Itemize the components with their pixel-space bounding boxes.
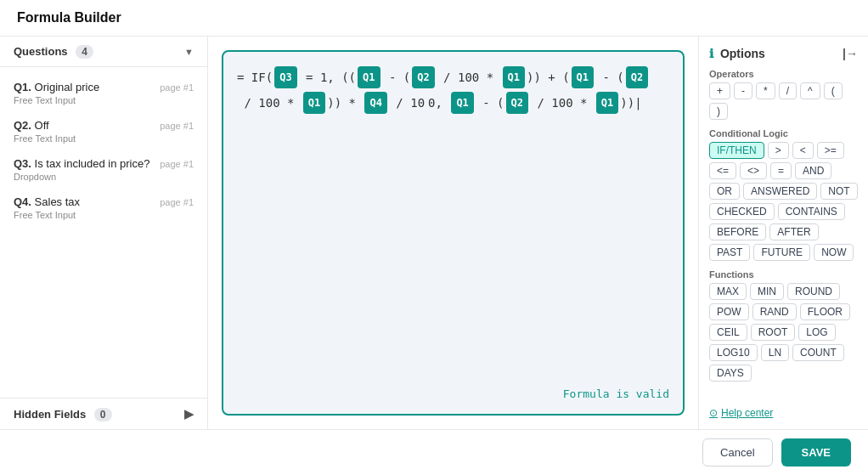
fn-days[interactable]: DAYS: [709, 365, 752, 382]
cond-lte[interactable]: <=: [709, 162, 736, 179]
hidden-fields-expand-icon[interactable]: ▶: [184, 407, 194, 421]
op-power[interactable]: ^: [800, 82, 820, 99]
formula-valid-message: Formula is valid: [563, 384, 669, 404]
cond-ne[interactable]: <>: [740, 162, 767, 179]
q2-tag-2[interactable]: Q2: [626, 66, 648, 88]
fn-pow[interactable]: POW: [709, 303, 749, 320]
fn-floor[interactable]: FLOOR: [800, 303, 850, 320]
q1-tag-6[interactable]: Q1: [596, 92, 618, 114]
question-list: Q1. Original price page #1 Free Text Inp…: [0, 67, 207, 398]
op-divide[interactable]: /: [779, 82, 797, 99]
help-center-link[interactable]: ⊙ Help center: [709, 407, 858, 419]
questions-count-badge: 4: [76, 45, 93, 59]
hidden-fields-label: Hidden Fields: [14, 408, 86, 421]
op-multiply[interactable]: *: [756, 82, 775, 99]
footer: Cancel SAVE: [0, 429, 868, 475]
questions-chevron-icon[interactable]: ▼: [184, 47, 194, 57]
cond-future[interactable]: FUTURE: [753, 244, 810, 261]
fn-log10[interactable]: LOG10: [709, 344, 758, 361]
fn-ceil[interactable]: CEIL: [709, 324, 747, 341]
conditional-logic-tag-row: IF/THEN > < >= <= <> = AND OR ANSWERED N…: [709, 142, 858, 261]
cond-eq[interactable]: =: [770, 162, 792, 179]
fn-log[interactable]: LOG: [798, 324, 835, 341]
op-plus[interactable]: +: [709, 82, 730, 99]
op-minus[interactable]: -: [734, 82, 752, 99]
sidebar: Questions 4 ▼ Q1. Original price page #1…: [0, 37, 208, 429]
operators-section: Operators + - * / ^ ( ): [709, 69, 858, 120]
fn-max[interactable]: MAX: [709, 283, 747, 300]
conditional-logic-section: Conditional Logic IF/THEN > < >= <= <> =…: [709, 128, 858, 261]
cond-contains[interactable]: CONTAINS: [778, 203, 845, 220]
cond-past[interactable]: PAST: [709, 244, 750, 261]
q1-tag-4[interactable]: Q1: [303, 92, 325, 114]
fn-round[interactable]: ROUND: [787, 283, 840, 300]
cond-gt[interactable]: >: [768, 142, 789, 159]
functions-label: Functions: [709, 269, 858, 280]
hidden-fields-count-badge: 0: [94, 408, 112, 421]
save-button[interactable]: SAVE: [781, 438, 851, 467]
q1-tag[interactable]: Q1: [358, 66, 380, 88]
cond-now[interactable]: NOW: [814, 244, 854, 261]
fn-rand[interactable]: RAND: [752, 303, 797, 320]
questions-label: Questions: [14, 45, 68, 58]
questions-section-header: Questions 4 ▼: [0, 37, 207, 67]
cond-after[interactable]: AFTER: [769, 223, 818, 240]
fn-ln[interactable]: LN: [761, 344, 789, 361]
fn-root[interactable]: ROOT: [751, 324, 796, 341]
fn-min[interactable]: MIN: [750, 283, 784, 300]
list-item[interactable]: Q4. Sales tax page #1 Free Text Input: [0, 189, 207, 227]
functions-section: Functions MAX MIN ROUND POW RAND FLOOR C…: [709, 269, 858, 382]
q1-tag-5[interactable]: Q1: [451, 92, 473, 114]
operators-label: Operators: [709, 69, 858, 79]
page-tag: page #1: [160, 159, 194, 169]
cond-checked[interactable]: CHECKED: [709, 203, 775, 220]
options-header: ℹ Options |→: [709, 47, 858, 60]
q1-tag-2[interactable]: Q1: [503, 66, 525, 88]
options-panel: ℹ Options |→ Operators + - * / ^ ( ) Co: [698, 37, 868, 429]
cond-gte[interactable]: >=: [817, 142, 844, 159]
title-bar: Formula Builder: [0, 0, 868, 37]
q1-tag-3[interactable]: Q1: [572, 66, 594, 88]
page-title: Formula Builder: [17, 10, 121, 25]
help-center-icon: ⊙: [709, 407, 718, 419]
formula-content: = IF( Q3 = 1, (( Q1 - ( Q2 / 100 * Q1 ))…: [237, 65, 669, 115]
operators-tag-row: + - * / ^ ( ): [709, 82, 858, 120]
cond-not[interactable]: NOT: [820, 183, 857, 200]
cancel-button[interactable]: Cancel: [702, 438, 772, 467]
op-open-paren[interactable]: (: [824, 82, 843, 99]
page-tag: page #1: [160, 82, 194, 93]
options-title: Options: [720, 47, 765, 60]
op-close-paren[interactable]: ): [709, 103, 728, 120]
cond-answered[interactable]: ANSWERED: [743, 183, 817, 200]
cond-and[interactable]: AND: [795, 162, 831, 179]
info-icon: ℹ: [709, 47, 713, 60]
fn-count[interactable]: COUNT: [792, 344, 844, 361]
page-tag: page #1: [160, 197, 194, 207]
functions-tag-row: MAX MIN ROUND POW RAND FLOOR CEIL ROOT L…: [709, 283, 858, 382]
q3-tag[interactable]: Q3: [274, 66, 296, 88]
hidden-fields-section: Hidden Fields 0 ▶: [0, 398, 207, 429]
page-tag: page #1: [160, 121, 194, 131]
q2-tag-3[interactable]: Q2: [506, 92, 528, 114]
list-item[interactable]: Q3. Is tax included in price? page #1 Dr…: [0, 150, 207, 189]
formula-editor[interactable]: = IF( Q3 = 1, (( Q1 - ( Q2 / 100 * Q1 ))…: [222, 50, 685, 416]
collapse-panel-icon[interactable]: |→: [843, 47, 858, 60]
cond-before[interactable]: BEFORE: [709, 223, 766, 240]
cond-if-then[interactable]: IF/THEN: [709, 142, 764, 159]
q4-tag[interactable]: Q4: [364, 92, 386, 114]
q2-tag[interactable]: Q2: [412, 66, 434, 88]
cond-or[interactable]: OR: [709, 183, 740, 200]
cond-lt[interactable]: <: [792, 142, 814, 159]
help-center-label: Help center: [721, 407, 773, 419]
formula-area: = IF( Q3 = 1, (( Q1 - ( Q2 / 100 * Q1 ))…: [208, 37, 698, 429]
list-item[interactable]: Q1. Original price page #1 Free Text Inp…: [0, 74, 207, 112]
conditional-logic-label: Conditional Logic: [709, 128, 858, 139]
list-item[interactable]: Q2. Off page #1 Free Text Input: [0, 112, 207, 150]
